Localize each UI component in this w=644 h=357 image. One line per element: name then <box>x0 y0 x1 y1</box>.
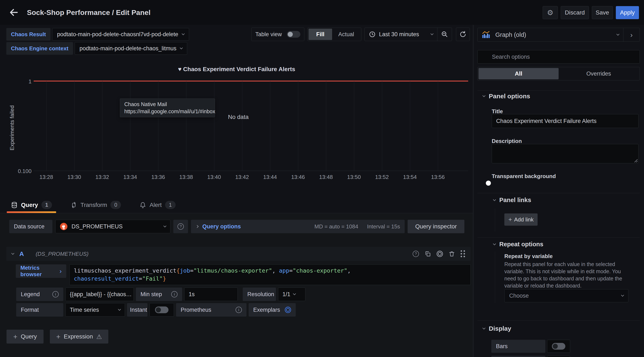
y-axis-label: Experiments failed <box>9 83 15 173</box>
tab-query[interactable]: Query 1 <box>6 197 56 213</box>
divider <box>478 237 640 238</box>
add-expression-button[interactable]: + Expression ⚠ <box>50 330 108 343</box>
annotation-tooltip: Chaos Native Mail https://mail.google.co… <box>120 99 215 117</box>
max-datapoints-info: MD = auto = 1084 <box>314 223 358 230</box>
datasource-help-button[interactable]: ? <box>173 220 188 233</box>
gridline <box>130 81 130 171</box>
chevron-down-icon <box>293 292 296 295</box>
variable-label-chaos-result[interactable]: Chaos Result <box>6 28 50 41</box>
panel-description-textarea[interactable] <box>492 144 638 163</box>
promql-expression-input[interactable]: litmuschaos_experiment_verdict{job="litm… <box>70 264 471 285</box>
section-header-label: Panel options <box>489 93 530 100</box>
x-axis: 13:2813:3013:3213:3413:3613:3813:4013:42… <box>34 174 468 182</box>
section-display[interactable]: Display <box>483 325 511 332</box>
min-step-label: Min step <box>140 291 162 298</box>
tab-overrides[interactable]: Overrides <box>558 68 639 79</box>
back-button[interactable] <box>8 7 19 18</box>
trash-icon[interactable] <box>448 250 455 257</box>
collapse-pane-button[interactable]: › <box>623 28 640 42</box>
prometheus-label: Prometheus <box>181 307 211 313</box>
legend-label-box: Legend i <box>16 287 63 301</box>
y-tick-0100: 0.100 <box>8 168 32 175</box>
collapse-chevron-icon <box>11 252 14 255</box>
visualization-picker[interactable]: Graph (old) › <box>478 28 640 42</box>
query-row-header[interactable]: A (DS_PROMETHEUS) ? <box>6 247 471 261</box>
search-options-input[interactable] <box>478 50 640 64</box>
add-query-button[interactable]: + Query <box>6 330 44 343</box>
chevron-down-icon <box>180 46 183 49</box>
chevron-down-icon <box>164 224 166 227</box>
gridline <box>298 81 298 171</box>
expr-line-2: chaosresult_verdict="Fail"} <box>74 275 466 283</box>
refresh-icon <box>459 31 466 38</box>
section-repeat-options[interactable]: Repeat options <box>494 241 543 248</box>
zoom-out-button[interactable] <box>438 28 452 41</box>
tab-alert[interactable]: Alert 1 <box>135 197 180 213</box>
chevron-down-icon <box>482 326 486 329</box>
page-title: Sock-Shop Performance / Edit Panel <box>27 0 150 25</box>
query-inspector-button[interactable]: Query inspector <box>408 220 464 233</box>
format-select[interactable]: Time series <box>66 303 125 316</box>
resolution-select[interactable]: 1/1 <box>278 287 306 301</box>
tab-label: Query <box>21 202 38 208</box>
info-icon[interactable]: i <box>171 291 178 297</box>
variable-value-chaos-engine[interactable]: podtato-main-pod-delete-chaos_litmus <box>75 42 187 55</box>
chevron-down-icon <box>493 198 496 201</box>
variable-value-text: podtato-main-pod-delete-chaosnl7vd-pod-d… <box>57 31 178 38</box>
disable-query-eye-icon[interactable] <box>436 251 443 257</box>
fill-option[interactable]: Fill <box>308 29 332 40</box>
x-tick-label: 13:38 <box>174 174 199 180</box>
instant-toggle[interactable] <box>155 306 168 313</box>
gridline <box>382 81 382 171</box>
query-options-bar[interactable]: Query options MD = auto = 1084 Interval … <box>191 220 405 233</box>
section-panel-options[interactable]: Panel options <box>483 93 530 100</box>
refresh-button[interactable] <box>456 28 470 41</box>
chevron-right-icon: › <box>60 267 62 275</box>
datasource-picker[interactable]: DS_PROMETHEUS <box>55 220 170 233</box>
variable-value-chaos-result[interactable]: podtato-main-pod-delete-chaosnl7vd-pod-d… <box>52 28 189 41</box>
plot-area[interactable] <box>34 81 468 171</box>
copy-icon[interactable] <box>424 250 431 257</box>
next-option-toggle-box <box>547 356 570 357</box>
section-panel-links[interactable]: Panel links <box>494 197 531 204</box>
info-icon[interactable]: i <box>236 307 242 313</box>
bars-toggle[interactable] <box>552 343 565 350</box>
editor-tabs: Query 1 Transform 0 Alert 1 <box>0 197 473 213</box>
tab-transform[interactable]: Transform 0 <box>66 197 126 213</box>
variable-row-chaos-result: Chaos Result podtato-main-pod-delete-cha… <box>6 28 189 41</box>
save-button[interactable]: Save <box>592 6 613 19</box>
tab-count-badge: 0 <box>110 201 121 209</box>
help-icon[interactable]: ? <box>413 251 419 257</box>
x-tick-label: 13:30 <box>62 174 87 180</box>
gridline <box>46 81 46 171</box>
repeat-help-text: Repeat this panel for each value in the … <box>504 261 629 289</box>
tab-all[interactable]: All <box>478 68 558 79</box>
info-icon[interactable]: i <box>52 291 59 297</box>
chevron-down-icon <box>621 294 624 297</box>
panel-settings-button[interactable]: ⚙ <box>543 6 558 19</box>
panel-title-input[interactable] <box>492 114 638 128</box>
drag-handle-icon[interactable] <box>460 250 465 258</box>
actual-option[interactable]: Actual <box>332 29 360 40</box>
next-option-label-box <box>491 356 545 357</box>
chevron-right-icon: › <box>630 31 633 39</box>
metrics-browser-button[interactable]: Metrics browser › <box>16 264 66 278</box>
time-range-picker[interactable]: Last 30 minutes <box>365 28 437 41</box>
legend-input[interactable]: {{app_label}} - {{chaos… <box>66 287 134 301</box>
options-filter-tabs: All Overrides <box>478 67 640 80</box>
divider <box>478 91 640 91</box>
min-step-input[interactable]: 1s <box>184 287 238 301</box>
exemplars-target-icon[interactable] <box>285 307 291 313</box>
tooltip-title: Chaos Native Mail <box>124 101 210 107</box>
variable-label-chaos-engine[interactable]: Chaos Engine context <box>6 42 73 55</box>
apply-button[interactable]: Apply <box>616 6 639 19</box>
grafana-edit-panel: Sock-Shop Performance / Edit Panel ⚙ Dis… <box>0 0 644 357</box>
resize-handle[interactable] <box>634 159 638 162</box>
table-view-toggle[interactable] <box>287 31 300 38</box>
title-field-label: Title <box>492 108 503 115</box>
discard-button[interactable]: Discard <box>561 6 589 19</box>
bars-label-box: Bars <box>491 340 545 353</box>
add-link-button[interactable]: + Add link <box>504 213 538 226</box>
repeat-variable-select[interactable]: Choose <box>504 289 628 302</box>
min-step-label-box: Min step i <box>136 287 182 301</box>
